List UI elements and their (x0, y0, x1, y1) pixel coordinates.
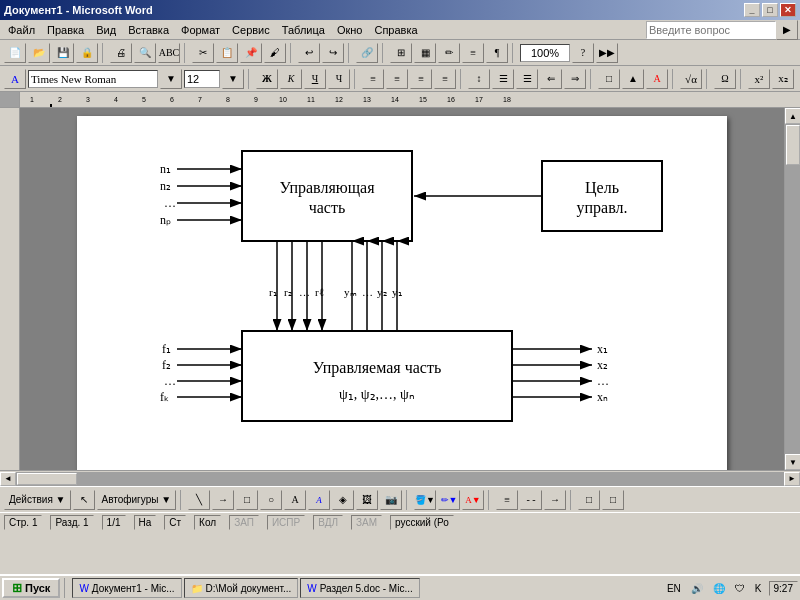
tray-icon2[interactable]: 🌐 (710, 583, 728, 594)
zoom-input[interactable] (520, 44, 570, 62)
menu-format[interactable]: Формат (175, 22, 226, 38)
drawing-toggle-button[interactable]: ✏ (438, 43, 460, 63)
align-left-button[interactable]: ≡ (362, 69, 384, 89)
scroll-right-button[interactable]: ► (784, 472, 800, 486)
cut-button[interactable]: ✂ (192, 43, 214, 63)
menu-tools[interactable]: Сервис (226, 22, 276, 38)
arrow-style-button[interactable]: → (544, 490, 566, 510)
3d-button[interactable]: □ (602, 490, 624, 510)
preview-button[interactable]: 🔍 (134, 43, 156, 63)
help2-button[interactable]: ? (572, 43, 594, 63)
bold-button[interactable]: Ж (256, 69, 278, 89)
menu-file[interactable]: Файл (2, 22, 41, 38)
fill-color-button[interactable]: 🪣▼ (414, 490, 436, 510)
number-button[interactable]: ☰ (516, 69, 538, 89)
italic-button[interactable]: К (280, 69, 302, 89)
line-tool[interactable]: ╲ (188, 490, 210, 510)
hyperlink-button[interactable]: 🔗 (356, 43, 378, 63)
help-search-input[interactable] (646, 21, 776, 39)
right-scrollbar[interactable]: ▲ ▼ (784, 108, 800, 470)
read-button[interactable]: ▶▶ (596, 43, 618, 63)
maximize-button[interactable]: □ (762, 3, 778, 17)
scroll-down-button[interactable]: ▼ (785, 454, 800, 470)
copy-button[interactable]: 📋 (216, 43, 238, 63)
font-color2-button[interactable]: A▼ (462, 490, 484, 510)
undo-button[interactable]: ↩ (298, 43, 320, 63)
minimize-button[interactable]: _ (744, 3, 760, 17)
oval-tool[interactable]: ○ (260, 490, 282, 510)
close-button[interactable]: ✕ (780, 3, 796, 17)
tray-icon1[interactable]: 🔊 (688, 583, 706, 594)
horizontal-scroll-thumb[interactable] (17, 473, 77, 485)
font-size-selector[interactable] (184, 70, 220, 88)
diagram-tool[interactable]: ◈ (332, 490, 354, 510)
print-button[interactable]: 🖨 (110, 43, 132, 63)
decrease-indent-button[interactable]: ⇐ (540, 69, 562, 89)
align-center-button[interactable]: ≡ (386, 69, 408, 89)
increase-indent-button[interactable]: ⇒ (564, 69, 586, 89)
actions-button[interactable]: Действия ▼ (4, 490, 71, 510)
title-bar-controls[interactable]: _ □ ✕ (744, 3, 796, 17)
show-hide-button[interactable]: ¶ (486, 43, 508, 63)
image-tool[interactable]: 📷 (380, 490, 402, 510)
scroll-thumb[interactable] (786, 125, 800, 165)
open-button[interactable]: 📂 (28, 43, 50, 63)
menu-table[interactable]: Таблица (276, 22, 331, 38)
taskbar-explorer[interactable]: 📁 D:\Мой документ... (184, 578, 299, 598)
menu-edit[interactable]: Правка (41, 22, 90, 38)
font-selector[interactable] (28, 70, 158, 88)
menu-insert[interactable]: Вставка (122, 22, 175, 38)
scroll-track[interactable] (785, 124, 800, 454)
outside-border-button[interactable]: □ (598, 69, 620, 89)
scroll-up-button[interactable]: ▲ (785, 108, 800, 124)
rect-tool[interactable]: □ (236, 490, 258, 510)
sqrt-button[interactable]: √α (680, 69, 702, 89)
wordart-tool[interactable]: A (308, 490, 330, 510)
scroll-left-button[interactable]: ◄ (0, 472, 16, 486)
table-button[interactable]: ⊞ (390, 43, 412, 63)
menu-view[interactable]: Вид (90, 22, 122, 38)
arrow-tool[interactable]: → (212, 490, 234, 510)
menu-help[interactable]: Справка (368, 22, 423, 38)
font-size-dropdown-button[interactable]: ▼ (222, 69, 244, 89)
font-color-button[interactable]: A (646, 69, 668, 89)
format-painter-button[interactable]: 🖌 (264, 43, 286, 63)
tray-lang[interactable]: EN (664, 583, 684, 594)
paste-button[interactable]: 📌 (240, 43, 262, 63)
bullet-button[interactable]: ☰ (492, 69, 514, 89)
underline-button[interactable]: Ч (304, 69, 326, 89)
tray-icon4[interactable]: K (752, 583, 765, 594)
align-right-button[interactable]: ≡ (410, 69, 432, 89)
horizontal-scroll-track[interactable] (16, 472, 784, 486)
textbox-tool[interactable]: A (284, 490, 306, 510)
redo-button[interactable]: ↪ (322, 43, 344, 63)
spell-button[interactable]: ABC (158, 43, 180, 63)
subscript-button[interactable]: x₂ (772, 69, 794, 89)
search-go-button[interactable]: ▶ (776, 20, 798, 40)
line-style-button[interactable]: ≡ (496, 490, 518, 510)
clipart-tool[interactable]: 🖼 (356, 490, 378, 510)
line-spacing-button[interactable]: ↕ (468, 69, 490, 89)
bottom-scrollbar[interactable]: ◄ ► (0, 470, 800, 486)
new-button[interactable]: 📄 (4, 43, 26, 63)
autoshapes-button[interactable]: Автофигуры ▼ (97, 490, 177, 510)
dash-style-button[interactable]: - - (520, 490, 542, 510)
highlight2-button[interactable]: ▲ (622, 69, 644, 89)
justify-button[interactable]: ≡ (434, 69, 456, 89)
line-color-button[interactable]: ✏▼ (438, 490, 460, 510)
taskbar-word2[interactable]: W Раздел 5.doc - Mic... (300, 578, 420, 598)
superscript-button[interactable]: x² (748, 69, 770, 89)
columns-button[interactable]: ▦ (414, 43, 436, 63)
doc-map-button[interactable]: ≡ (462, 43, 484, 63)
permissions-button[interactable]: 🔒 (76, 43, 98, 63)
highlight-button[interactable]: Ч (328, 69, 350, 89)
shadow-button[interactable]: □ (578, 490, 600, 510)
taskbar-word1[interactable]: W Документ1 - Mic... (72, 578, 181, 598)
cursor-button[interactable]: ↖ (73, 490, 95, 510)
save-button[interactable]: 💾 (52, 43, 74, 63)
start-button[interactable]: ⊞ Пуск (2, 578, 60, 598)
omega-button[interactable]: Ω (714, 69, 736, 89)
font-dropdown-button[interactable]: ▼ (160, 69, 182, 89)
menu-window[interactable]: Окно (331, 22, 369, 38)
tray-icon3[interactable]: 🛡 (732, 583, 748, 594)
